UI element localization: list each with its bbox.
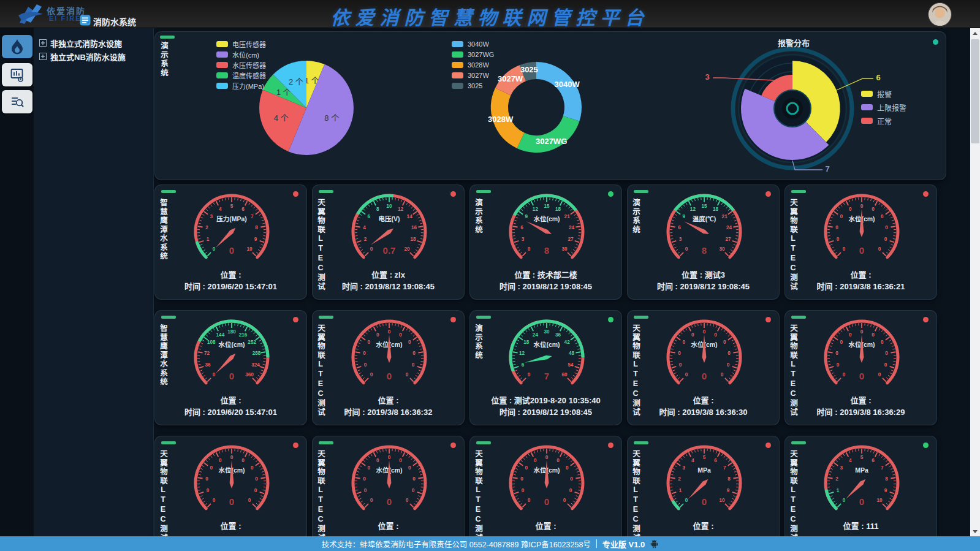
search-list-icon [10,94,25,110]
device-card[interactable]: 演示系统036912151821242730水位(cm)8位置 : 技术部二楼时… [470,185,621,299]
device-card[interactable]: 天翼物联LTEC测试00000000000水位(cm)0位置 : [313,436,464,550]
pie-legend-item[interactable]: 压力(MPa) [216,80,266,91]
time-text: 时间 : 2019/6/20 15:47:01 [155,280,306,292]
footer-divider [596,539,597,548]
gauge-needle [524,354,552,365]
system-label: 演示系统 [631,199,640,234]
svg-text:36: 36 [555,332,561,338]
pie-legend-item[interactable]: 水位(cm) [216,49,266,59]
arrow-down-icon [973,530,978,533]
scroll-down-button[interactable] [970,526,980,536]
svg-text:15: 15 [544,203,550,209]
device-card[interactable]: 天翼物联LTEC测试00000000000水位(cm)0位置 : 时间 : 20… [785,185,936,299]
scrollbar-thumb[interactable] [971,39,979,143]
device-card[interactable]: 演示系统06121824303642485460水位(cm)7位置 : 测试20… [470,311,621,425]
svg-text:60: 60 [561,372,568,378]
legend-swatch [216,51,228,58]
gauge: 012345678910MPa0 [800,438,923,522]
svg-text:0: 0 [219,458,222,463]
donut-legend-item[interactable]: 3040W [452,39,494,49]
svg-text:0: 0 [544,496,549,507]
donut-legend-item[interactable]: 3028W [452,59,494,70]
location-text: 位置 : [785,394,936,406]
rose-legend-item[interactable]: 上限报警 [861,101,906,114]
svg-text:0: 0 [525,465,528,471]
svg-text:0: 0 [714,332,717,338]
tree-item-independent-nb[interactable]: 独立式NB消防水设施 [39,50,126,63]
legend-label: 上限报警 [877,102,906,113]
rose-legend-item[interactable]: 报警 [861,87,906,101]
svg-text:0: 0 [702,371,707,381]
svg-text:3: 3 [705,72,709,82]
donut-legend-item[interactable]: 3025 [452,80,494,91]
svg-text:18: 18 [713,207,719,212]
svg-text:6: 6 [714,458,717,463]
pie-legend-item[interactable]: 电压传感器 [216,39,266,49]
nav-monitor-button[interactable] [2,63,32,86]
svg-text:0: 0 [205,476,208,482]
device-card[interactable]: 智慧鹰潭水系统012345678910压力(MPa)0位置 : 时间 : 201… [155,185,306,299]
svg-text:54: 54 [568,362,574,368]
svg-text:6: 6 [241,207,245,212]
device-card[interactable]: 演示系统036912151821242730温度(℃)8位置 : 测试3时间 :… [628,185,779,299]
nav-fire-button[interactable] [2,35,32,58]
svg-text:0: 0 [683,340,686,345]
svg-text:7: 7 [825,164,829,173]
svg-text:108: 108 [207,340,216,345]
nav-query-button[interactable] [2,90,32,113]
svg-text:24: 24 [569,225,575,230]
device-card[interactable]: 天翼物联LTEC测试00000000000水位(cm)0位置 : 时间 : 20… [785,311,936,425]
legend-swatch [861,104,873,110]
svg-text:2: 2 [835,476,838,482]
svg-text:0: 0 [685,498,688,503]
svg-text:6: 6 [872,458,875,463]
rose-legend-item[interactable]: 正常 [861,114,906,127]
svg-text:48: 48 [569,351,575,356]
svg-text:20: 20 [404,246,410,252]
time-text: 时间 : 2019/3/8 16:36:29 [785,406,936,417]
device-card[interactable]: 天翼物联LTEC测试00000000000水位(cm)0位置 : [155,436,306,550]
legend-label: 3027W [468,72,489,79]
gauge-needle [370,227,395,246]
donut-legend-item[interactable]: 3027W [452,70,494,80]
legend-label: 3025 [468,82,482,89]
svg-text:0: 0 [563,498,566,503]
legend-label: 电压传感器 [232,39,266,49]
svg-text:0: 0 [840,340,843,345]
svg-text:8: 8 [727,476,731,482]
location-text: 位置 : [155,394,306,406]
device-card[interactable]: 天翼物联LTEC测试012345678910MPa0位置 : [628,436,779,550]
svg-text:0: 0 [229,371,234,381]
vertical-scrollbar[interactable] [970,28,980,536]
legend-swatch [861,118,873,124]
time-text: 时间 : 2019/3/8 16:36:30 [628,406,779,417]
pie-legend-item[interactable]: 水压传感器 [216,59,266,70]
tree-item-non-independent[interactable]: 非独立式消防水设施 [39,37,122,49]
device-card[interactable]: 天翼物联LTEC测试00000000000水位(cm)0位置 : 时间 : 20… [313,311,464,425]
svg-text:24: 24 [533,332,539,338]
gauge-needle [230,460,234,488]
time-text: 时间 : 2019/8/12 19:08:45 [313,280,464,292]
legend-label: 压力(MPa) [232,81,264,91]
svg-text:5: 5 [860,455,864,460]
expand-plus-icon[interactable] [39,53,47,60]
device-card[interactable]: 智慧鹰潭水系统03672108144180216252288324360水位(c… [155,311,306,425]
device-card[interactable]: 天翼物联LTEC测试02468101214161820电压(V)0.7位置 : … [313,185,464,299]
user-avatar[interactable] [928,2,952,26]
svg-text:18: 18 [410,237,416,242]
location-text: 位置 : zlx [313,268,464,280]
scroll-up-button[interactable] [970,28,980,38]
device-card[interactable]: 天翼物联LTEC测试012345678910MPa0位置 : 111 [785,436,936,550]
donut-legend-item[interactable]: 3027WG [452,49,494,59]
svg-text:0: 0 [837,237,840,242]
svg-text:12: 12 [398,207,404,212]
pie-legend-item[interactable]: 温度传感器 [216,70,266,80]
svg-text:3028W: 3028W [488,115,514,124]
svg-text:0: 0 [679,362,682,368]
svg-text:0: 0 [566,465,569,471]
device-card[interactable]: 天翼物联LTEC测试00000000000水位(cm)0位置 : [470,436,621,550]
device-card[interactable]: 天翼物联LTEC测试00000000000水位(cm)0位置 : 时间 : 20… [628,311,779,425]
svg-text:3025: 3025 [520,65,538,74]
svg-text:0: 0 [885,225,888,230]
expand-plus-icon[interactable] [39,39,47,47]
